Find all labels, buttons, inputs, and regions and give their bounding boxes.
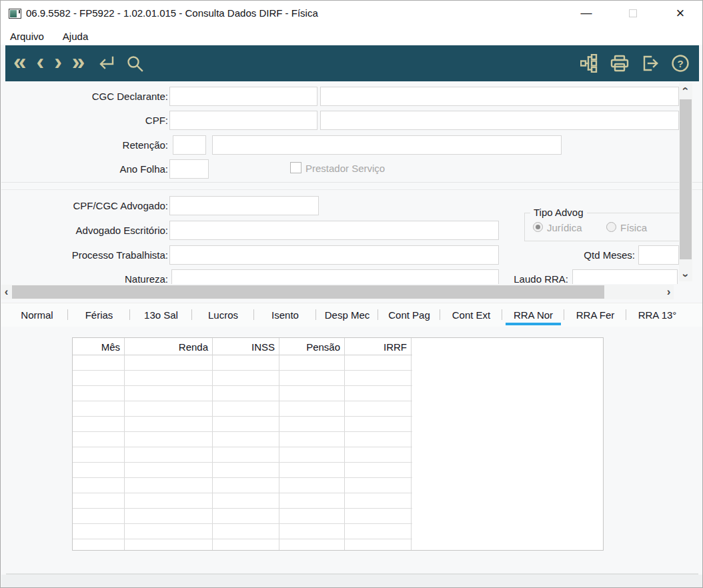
toolbar: «‹›» ?: [5, 45, 699, 81]
retencao-input[interactable]: [173, 135, 206, 155]
grid-cell: [213, 509, 279, 523]
window-title: 06.9.5582 - FP5922 - 1.02.01.015 - Consu…: [26, 7, 318, 19]
first-record-icon[interactable]: «: [13, 47, 26, 79]
grid-cell: [125, 355, 213, 370]
grid-row[interactable]: [73, 539, 412, 551]
app-icon: [9, 9, 21, 19]
tab-label: RRA Fer: [576, 309, 615, 321]
tab-rra-nor[interactable]: RRA Nor: [502, 303, 564, 327]
menu-arquivo[interactable]: Arquivo: [1, 27, 53, 45]
retencao-desc-input[interactable]: [212, 135, 562, 155]
grid-cell: [125, 417, 213, 431]
grid-cell: [213, 539, 279, 551]
grid-cell: [73, 386, 125, 401]
tab-f-rias[interactable]: Férias: [68, 303, 130, 327]
grid-row[interactable]: [73, 371, 412, 386]
horizontal-scroll-thumb[interactable]: [12, 285, 604, 299]
vertical-scrollbar[interactable]: ‹ ›: [679, 83, 692, 281]
grid-row[interactable]: [73, 432, 412, 447]
scroll-down-button[interactable]: ›: [679, 269, 692, 281]
grid-cell: [125, 371, 213, 385]
next-record-icon[interactable]: ›: [54, 47, 62, 79]
grid-cell: [73, 417, 125, 431]
grid-cell: [73, 478, 125, 493]
menu-ajuda[interactable]: Ajuda: [53, 27, 97, 45]
natureza-label: Natureza:: [40, 273, 168, 284]
scroll-up-button[interactable]: ‹: [679, 83, 692, 95]
minimize-button[interactable]: —: [572, 1, 601, 26]
grid-cell: [213, 524, 279, 539]
tab-isento[interactable]: Isento: [254, 303, 316, 327]
last-record-icon[interactable]: »: [72, 47, 85, 79]
vertical-scroll-thumb[interactable]: [680, 99, 692, 259]
tab-cont-ext[interactable]: Cont Ext: [440, 303, 502, 327]
cgc-declarante-input[interactable]: [169, 87, 317, 106]
grid-cell: [345, 509, 412, 523]
scroll-left-button[interactable]: ‹: [1, 285, 11, 299]
grid-cell: [213, 493, 279, 508]
previous-record-icon[interactable]: ‹: [36, 47, 44, 79]
cpf-input[interactable]: [169, 111, 317, 130]
grid-cell: [125, 447, 213, 462]
tab-rra-13-[interactable]: RRA 13°: [626, 303, 688, 327]
tab-label: RRA 13°: [638, 309, 677, 321]
cpf-cgc-advogado-label: CPF/CGC Advogado:: [40, 200, 168, 211]
ano-folha-label: Ano Folha:: [40, 163, 168, 175]
cgc-declarante-desc-input[interactable]: [320, 87, 679, 106]
grid-cell: [279, 493, 345, 508]
horizontal-scrollbar[interactable]: ‹ ›: [1, 285, 674, 299]
grid-cell: [125, 432, 213, 447]
cpf-cgc-advogado-input[interactable]: [169, 196, 319, 215]
grid-row[interactable]: [73, 493, 412, 509]
grid-row[interactable]: [73, 509, 412, 524]
ano-folha-input[interactable]: [169, 159, 209, 179]
grid-row[interactable]: [73, 524, 412, 539]
grid-cell: [213, 478, 279, 493]
grid-cell: [213, 417, 279, 431]
advogado-escritorio-label: Advogado Escritório:: [40, 225, 168, 236]
grid-cell: [125, 386, 213, 401]
grid-cell: [73, 432, 125, 447]
help-icon[interactable]: ?: [671, 54, 690, 73]
grid-row[interactable]: [73, 401, 412, 417]
qtd-meses-input[interactable]: [638, 245, 679, 265]
grid-row[interactable]: [73, 447, 412, 463]
tab-13o-sal[interactable]: 13o Sal: [130, 303, 192, 327]
radio-juridica: [533, 222, 543, 232]
laudo-rra-input[interactable]: [572, 269, 678, 284]
grid-row[interactable]: [73, 478, 412, 493]
tab-normal[interactable]: Normal: [6, 303, 68, 327]
go-to-icon[interactable]: [95, 55, 116, 72]
grid-cell: [345, 386, 412, 401]
grid-cell: [345, 432, 412, 447]
processo-trabalhista-input[interactable]: [169, 245, 499, 265]
exit-icon[interactable]: [641, 55, 660, 72]
close-button[interactable]: ×: [666, 1, 695, 26]
prestador-servico-checkbox: [290, 162, 301, 173]
tab-desp-mec[interactable]: Desp Mec: [316, 303, 378, 327]
tab-lucros[interactable]: Lucros: [192, 303, 254, 327]
grid-cell: [73, 355, 125, 370]
grid-row[interactable]: [73, 386, 412, 401]
status-strip: [1, 575, 703, 588]
search-icon[interactable]: [126, 55, 144, 73]
tab-label: 13o Sal: [144, 309, 178, 321]
scroll-right-button[interactable]: ›: [664, 285, 674, 299]
section-divider: [1, 189, 703, 190]
grid-row[interactable]: [73, 463, 412, 478]
grid-cell: [279, 478, 345, 493]
grid-cell: [279, 417, 345, 431]
grid-row[interactable]: [73, 355, 412, 371]
tab-cont-pag[interactable]: Cont Pag: [378, 303, 440, 327]
grid-cell: [345, 493, 412, 508]
tab-label: Cont Ext: [452, 309, 491, 321]
grid-column-header: Mês: [73, 338, 125, 355]
grid-cell: [213, 447, 279, 462]
tab-rra-fer[interactable]: RRA Fer: [564, 303, 626, 327]
advogado-escritorio-input[interactable]: [169, 221, 499, 240]
grid-header: MêsRendaINSSPensãoIRRF: [73, 338, 412, 355]
related-programs-icon[interactable]: [580, 54, 598, 73]
grid-row[interactable]: [73, 417, 412, 432]
print-icon[interactable]: [610, 55, 630, 73]
cpf-desc-input[interactable]: [320, 111, 679, 130]
